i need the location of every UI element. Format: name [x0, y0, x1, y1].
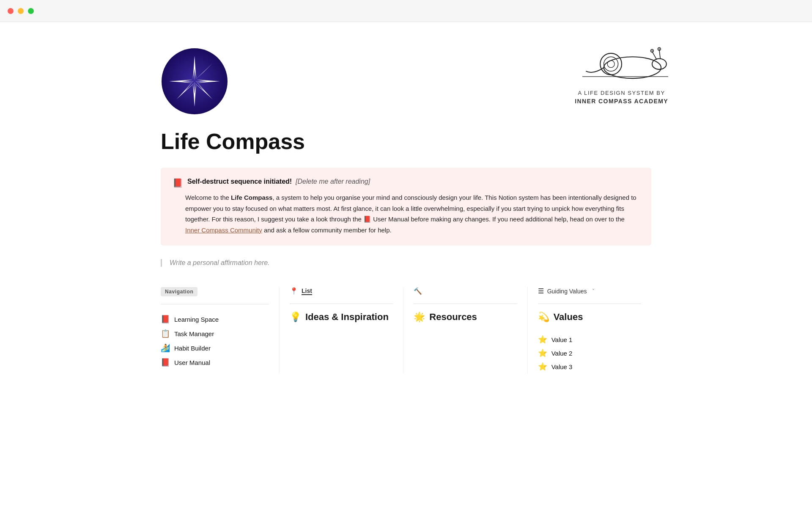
alert-title-italic: [Delete me after reading]: [296, 178, 370, 185]
svg-point-0: [604, 57, 661, 78]
resources-column: 🔨 🌟 Resources: [403, 287, 527, 373]
resources-tab[interactable]: 🔨: [414, 287, 517, 297]
nav-item-manual[interactable]: 📕 User Manual: [161, 355, 269, 370]
resources-heading: 🌟 Resources: [414, 312, 517, 323]
value-label-3: Value 3: [551, 363, 573, 370]
nav-item-label: Task Manager: [174, 330, 214, 337]
ideas-heading-text: Ideas & Inspiration: [305, 312, 389, 323]
alert-manual-icon: 📕: [363, 215, 371, 223]
alert-body: Welcome to the Life Compass, a system to…: [185, 192, 639, 235]
maximize-button[interactable]: [28, 8, 34, 14]
svg-point-10: [658, 48, 660, 50]
svg-point-7: [651, 50, 653, 52]
star-logo: [161, 47, 228, 115]
ideas-column: 📍 List 💡 Ideas & Inspiration: [279, 287, 403, 373]
alert-body-bold: Life Compass: [231, 194, 272, 201]
nav-label: Navigation: [161, 287, 198, 296]
affirmation-text: Write a personal affirmation here.: [170, 259, 270, 266]
star-icon-2: ⭐: [538, 348, 547, 358]
alert-box: 📕 Self-destruct sequence initiated! [Del…: [161, 168, 651, 246]
value-label-1: Value 1: [551, 336, 573, 343]
ideas-tab-icon: 📍: [290, 287, 298, 295]
minimize-button[interactable]: [18, 8, 24, 14]
alert-title-bold: Self-destruct sequence initiated!: [187, 178, 292, 185]
values-item-3[interactable]: ⭐ Value 3: [538, 360, 641, 373]
values-heading-icon: 💫: [538, 312, 549, 323]
logo-line1: A LIFE DESIGN SYSTEM BY: [575, 89, 668, 97]
affirmation-block[interactable]: Write a personal affirmation here.: [161, 259, 651, 267]
values-heading-text: Values: [554, 312, 583, 323]
nav-item-habits[interactable]: 🏄 Habit Builder: [161, 341, 269, 355]
svg-point-3: [607, 61, 614, 68]
svg-line-8: [659, 50, 660, 59]
ideas-heading: 💡 Ideas & Inspiration: [290, 312, 393, 323]
alert-body-text2: before making any changes. If you need a…: [409, 215, 625, 223]
titlebar: [0, 0, 812, 22]
logo-line2: INNER COMPASS ACADEMY: [575, 97, 668, 106]
nav-item-label: Learning Space: [174, 316, 219, 323]
task-icon: 📋: [161, 329, 170, 338]
resources-heading-text: Resources: [429, 312, 477, 323]
svg-line-5: [652, 52, 657, 60]
alert-title: Self-destruct sequence initiated! [Delet…: [187, 178, 370, 185]
nav-item-tasks[interactable]: 📋 Task Manager: [161, 326, 269, 341]
ideas-heading-icon: 💡: [290, 312, 301, 323]
nav-item-learning[interactable]: 📕 Learning Space: [161, 312, 269, 326]
alert-body-text3: and ask a fellow community member for he…: [262, 226, 392, 234]
resources-tab-icon: 🔨: [414, 287, 422, 295]
ideas-divider: [290, 304, 393, 304]
top-logo: A LIFE DESIGN SYSTEM BY INNER COMPASS AC…: [575, 39, 668, 106]
manual-icon: 📕: [161, 358, 170, 367]
svg-point-1: [600, 53, 622, 75]
star-icon-1: ⭐: [538, 335, 547, 344]
values-list: ⭐ Value 1 ⭐ Value 2 ⭐ Value 3: [538, 333, 641, 373]
alert-body-intro: Welcome to the: [185, 194, 231, 201]
nav-item-label: User Manual: [174, 359, 210, 366]
alert-manual-text: User Manual: [373, 215, 409, 223]
values-item-2[interactable]: ⭐ Value 2: [538, 346, 641, 360]
values-tab-label: Guiding Values: [547, 288, 587, 295]
main-content: A LIFE DESIGN SYSTEM BY INNER COMPASS AC…: [110, 22, 702, 407]
alert-icon: 📕: [173, 178, 183, 188]
learning-icon: 📕: [161, 315, 170, 324]
snail-illustration: [575, 39, 668, 82]
ideas-tab-label: List: [302, 287, 312, 295]
ideas-tab[interactable]: 📍 List: [290, 287, 393, 297]
nav-items: 📕 Learning Space 📋 Task Manager 🏄 Habit …: [161, 312, 269, 370]
nav-item-label: Habit Builder: [174, 345, 211, 352]
navigation-grid: Navigation 📕 Learning Space 📋 Task Manag…: [161, 287, 651, 373]
values-column: ☰ Guiding Values ˅ 💫 Values ⭐ Value 1 ⭐ …: [527, 287, 651, 373]
alert-community-link[interactable]: Inner Compass Community: [185, 226, 262, 234]
values-divider: [538, 304, 641, 304]
habit-icon: 🏄: [161, 343, 170, 353]
resources-heading-icon: 🌟: [414, 312, 425, 323]
page-title: Life Compass: [161, 129, 651, 154]
chevron-down-icon: ˅: [592, 288, 595, 294]
resources-divider: [414, 304, 517, 304]
value-label-2: Value 2: [551, 350, 573, 357]
nav-column: Navigation 📕 Learning Space 📋 Task Manag…: [161, 287, 279, 373]
values-tab-icon: ☰: [538, 287, 544, 295]
values-item-1[interactable]: ⭐ Value 1: [538, 333, 641, 346]
values-heading: 💫 Values: [538, 312, 641, 323]
nav-divider: [161, 304, 269, 304]
star-icon-3: ⭐: [538, 362, 547, 371]
close-button[interactable]: [8, 8, 14, 14]
values-tab[interactable]: ☰ Guiding Values ˅: [538, 287, 641, 297]
alert-header: 📕 Self-destruct sequence initiated! [Del…: [173, 178, 639, 188]
